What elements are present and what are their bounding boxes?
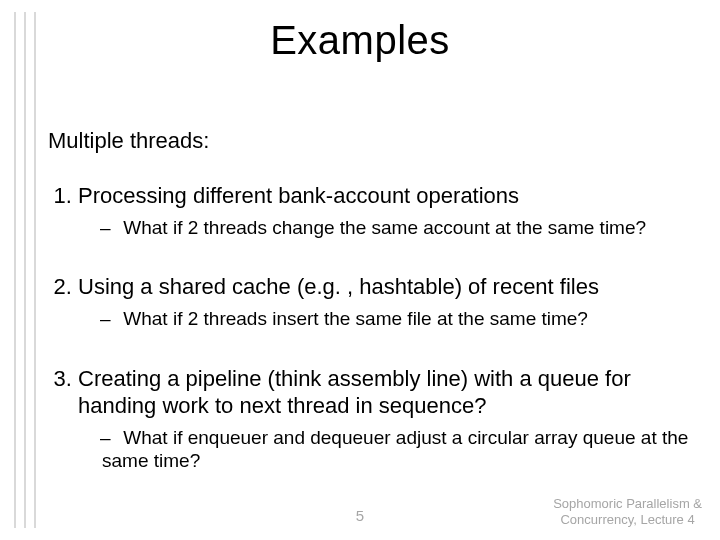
list-item-sub-text: What if enqueuer and dequeuer adjust a c…: [102, 427, 688, 472]
footer-line: Sophomoric Parallelism &: [553, 496, 702, 512]
footer-line: Concurrency, Lecture 4: [553, 512, 702, 528]
slide-body: Multiple threads: Processing different b…: [48, 128, 700, 507]
decoration-bar: [24, 12, 26, 528]
list-item: Creating a pipeline (think assembly line…: [78, 365, 700, 474]
list-item-main: Creating a pipeline (think assembly line…: [78, 366, 631, 419]
list-item-sub: – What if 2 threads insert the same file…: [78, 307, 700, 331]
slide-title: Examples: [0, 18, 720, 63]
decoration-bar: [34, 12, 36, 528]
example-list: Processing different bank-account operat…: [48, 182, 700, 473]
slide: Examples Multiple threads: Processing di…: [0, 0, 720, 540]
dash-icon: –: [100, 426, 118, 450]
dash-icon: –: [100, 216, 118, 240]
list-item: Using a shared cache (e.g. , hashtable) …: [78, 273, 700, 330]
list-item-main: Processing different bank-account operat…: [78, 183, 519, 208]
list-item-sub-text: What if 2 threads insert the same file a…: [123, 308, 588, 329]
list-item-sub: – What if enqueuer and dequeuer adjust a…: [78, 426, 700, 474]
list-item-sub-text: What if 2 threads change the same accoun…: [123, 217, 646, 238]
list-item-sub: – What if 2 threads change the same acco…: [78, 216, 700, 240]
dash-icon: –: [100, 307, 118, 331]
footer: Sophomoric Parallelism & Concurrency, Le…: [553, 496, 702, 529]
decoration-bar: [14, 12, 16, 528]
list-item-main: Using a shared cache (e.g. , hashtable) …: [78, 274, 599, 299]
list-item: Processing different bank-account operat…: [78, 182, 700, 239]
intro-text: Multiple threads:: [48, 128, 700, 154]
